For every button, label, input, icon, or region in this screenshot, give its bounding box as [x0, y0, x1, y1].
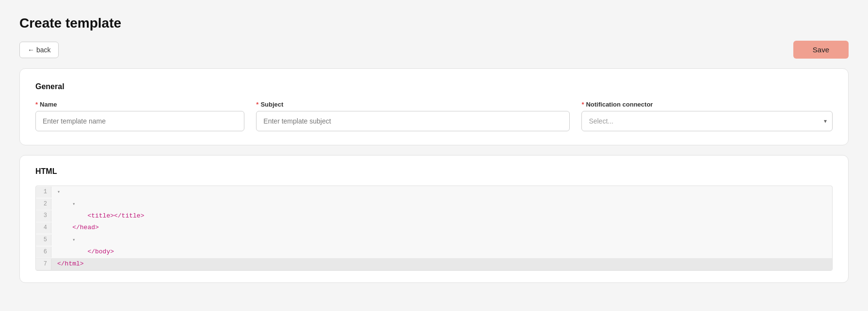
connector-form-group: * Notification connector Select... ▾: [581, 101, 833, 131]
line-content: ▾: [51, 198, 81, 210]
code-line: 7</html>: [36, 258, 832, 270]
line-content: </head>: [51, 222, 105, 234]
line-number: 2: [36, 199, 51, 210]
line-content: <title></title>: [51, 210, 150, 222]
line-content: </html>: [51, 258, 90, 270]
connector-required-star: *: [581, 101, 584, 108]
line-number: 4: [36, 222, 51, 233]
code-lines: 1▾ 2 ▾ 3 <title></title>4 </head>5 ▾ 6 <…: [36, 186, 832, 270]
connector-select-wrapper: Select... ▾: [581, 111, 833, 131]
line-number: 6: [36, 247, 51, 258]
general-card: General * Name * Subject * Notification …: [19, 68, 849, 145]
line-number: 5: [36, 234, 51, 246]
line-content: ▾: [51, 186, 66, 198]
code-line: 4 </head>: [36, 222, 832, 234]
subject-form-group: * Subject: [256, 101, 570, 131]
connector-select[interactable]: Select...: [581, 111, 833, 131]
code-line: 5 ▾: [36, 234, 832, 246]
subject-required-star: *: [256, 101, 258, 108]
name-input[interactable]: [35, 111, 244, 131]
code-editor[interactable]: 1▾ 2 ▾ 3 <title></title>4 </head>5 ▾ 6 <…: [35, 186, 833, 271]
html-section-title: HTML: [35, 167, 833, 176]
code-line: 3 <title></title>: [36, 210, 832, 222]
code-line: 1▾: [36, 186, 832, 198]
general-section-title: General: [35, 82, 833, 91]
name-label: * Name: [35, 101, 244, 108]
subject-label: * Subject: [256, 101, 570, 108]
top-bar: ← back Save: [19, 41, 849, 59]
form-row: * Name * Subject * Notification connecto…: [35, 101, 833, 131]
connector-label: * Notification connector: [581, 101, 833, 108]
line-content: </body>: [51, 246, 120, 258]
back-button[interactable]: ← back: [19, 42, 59, 58]
code-line: 6 </body>: [36, 246, 832, 258]
save-button[interactable]: Save: [793, 41, 849, 59]
line-number: 1: [36, 187, 51, 198]
name-required-star: *: [35, 101, 38, 108]
line-number: 3: [36, 210, 51, 221]
page-title: Create template: [19, 16, 849, 31]
subject-input[interactable]: [256, 111, 570, 131]
line-number: 7: [36, 259, 51, 270]
html-card: HTML 1▾ 2 ▾ 3 <title></title>4 </head>5 …: [19, 155, 849, 283]
code-line: 2 ▾: [36, 198, 832, 210]
name-form-group: * Name: [35, 101, 244, 131]
line-content: ▾: [51, 234, 81, 246]
